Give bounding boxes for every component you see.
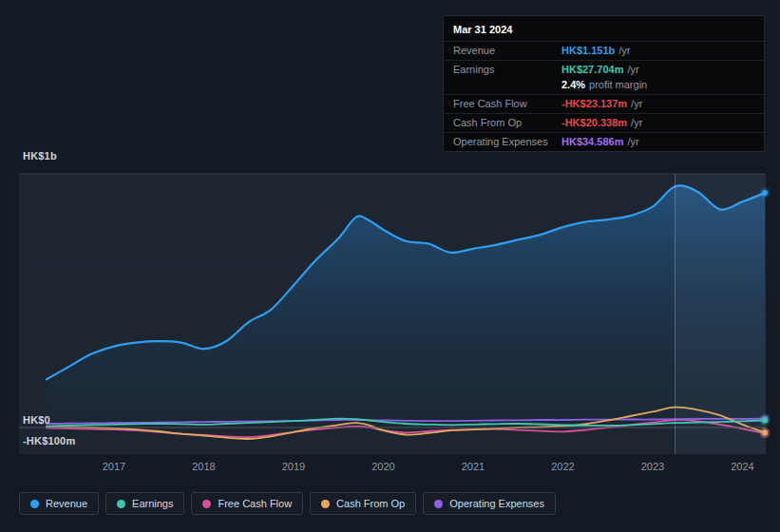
page: { "tooltip": { "date": "Mar 31 2024", "r… <box>0 0 780 532</box>
tooltip-row-label: Revenue <box>453 45 561 56</box>
legend-item-operating-expenses[interactable]: Operating Expenses <box>423 492 556 515</box>
tooltip-row-label: Free Cash Flow <box>453 98 561 109</box>
tooltip-date: Mar 31 2024 <box>444 16 764 41</box>
tooltip-row-operating-expenses: Operating ExpensesHK$34.586m/yr <box>444 132 764 151</box>
legend: RevenueEarningsFree Cash FlowCash From O… <box>19 492 556 515</box>
tooltip-row-suffix: /yr <box>631 98 642 109</box>
y-axis-label-zero: HK$0 <box>23 414 50 426</box>
legend-item-revenue[interactable]: Revenue <box>19 492 99 515</box>
tooltip-row-suffix: /yr <box>631 117 642 128</box>
end-marker-earnings <box>762 418 768 424</box>
tooltip-row-earnings: EarningsHK$27.704m/yr <box>444 60 764 79</box>
legend-item-label: Revenue <box>46 498 87 509</box>
tooltip-row-suffix: profit margin <box>589 79 647 90</box>
legend-item-label: Cash From Op <box>336 498 405 509</box>
free-cash-flow-legend-dot-icon <box>202 500 211 508</box>
tooltip-row-value: -HK$23.137m <box>561 98 627 109</box>
earnings-legend-dot-icon <box>117 500 125 508</box>
legend-item-free-cash-flow[interactable]: Free Cash Flow <box>191 492 303 515</box>
legend-item-label: Operating Expenses <box>449 498 544 509</box>
tooltip-row-suffix: /yr <box>627 64 638 75</box>
legend-item-earnings[interactable]: Earnings <box>105 492 184 515</box>
legend-item-cash-from-op[interactable]: Cash From Op <box>310 492 416 515</box>
tooltip-row-label: Operating Expenses <box>453 136 561 147</box>
y-axis-label-neg100: -HK$100m <box>23 435 75 446</box>
tooltip-row-free-cash-flow: Free Cash Flow-HK$23.137m/yr <box>444 94 764 113</box>
tooltip-row-cash-from-op: Cash From Op-HK$20.338m/yr <box>444 113 764 132</box>
tooltip-row-revenue: RevenueHK$1.151b/yr <box>444 41 764 60</box>
operating-expenses-legend-dot-icon <box>434 500 443 508</box>
end-marker-cash-from-op <box>762 429 768 435</box>
tooltip-row-suffix: /yr <box>627 136 638 147</box>
end-marker-revenue <box>762 190 768 196</box>
tooltip-row-value: HK$1.151b <box>561 45 615 56</box>
tooltip-row-label: Cash From Op <box>453 117 561 128</box>
tooltip-row-suffix: /yr <box>618 45 630 56</box>
tooltip-row-value: 2.4% <box>561 79 585 90</box>
highlight-region <box>675 174 767 454</box>
revenue-legend-dot-icon <box>30 500 39 508</box>
legend-item-label: Earnings <box>132 498 173 509</box>
tooltip-row-value: -HK$20.338m <box>561 117 627 128</box>
chart-highlight-overlay <box>675 174 767 454</box>
tooltip-row-label: Earnings <box>453 64 561 75</box>
tooltip-row-value: HK$27.704m <box>561 64 623 75</box>
tooltip: Mar 31 2024 RevenueHK$1.151b/yrEarningsH… <box>443 15 765 152</box>
cash-from-op-legend-dot-icon <box>321 500 330 508</box>
tooltip-row-profit-margin: 2.4%profit margin <box>444 79 764 94</box>
tooltip-rows: RevenueHK$1.151b/yrEarningsHK$27.704m/yr… <box>444 41 764 151</box>
legend-item-label: Free Cash Flow <box>218 498 292 509</box>
tooltip-row-value: HK$34.586m <box>561 136 623 147</box>
y-axis-label-1b: HK$1b <box>23 150 57 162</box>
